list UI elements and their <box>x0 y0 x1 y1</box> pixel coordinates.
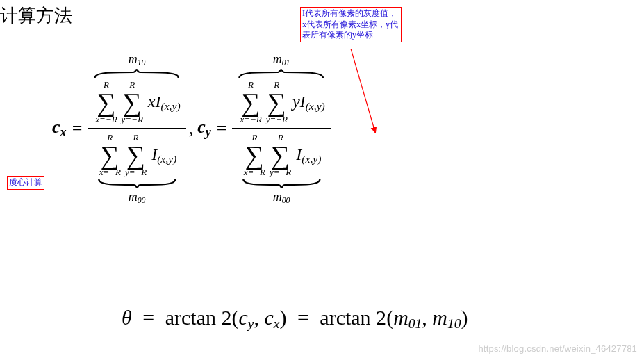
annotation-note: I代表所有像素的灰度值，x代表所有像素x坐标，y代表所有像素的y坐标 <box>300 7 402 42</box>
annotation-centroid: 质心计算 <box>7 176 44 190</box>
annotation-arrow <box>347 49 389 139</box>
equation-theta: θ = arctan 2(cy, cx) = arctan 2(m01, m10… <box>122 306 468 332</box>
watermark: https://blog.csdn.net/weixin_46427781 <box>478 343 637 354</box>
equation-centroid: cx = m10 R ∑ x=−R R ∑ y=−R <box>52 49 331 209</box>
page-title: 计算方法 <box>0 3 72 28</box>
